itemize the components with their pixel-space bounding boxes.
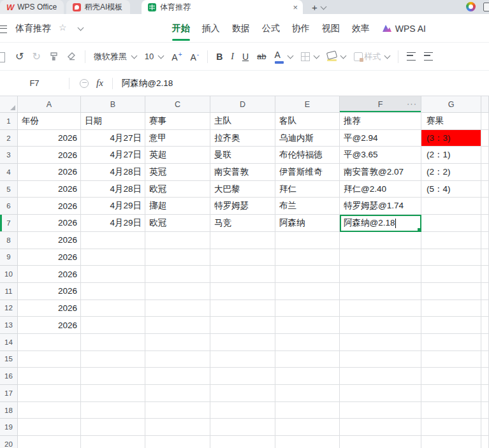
row-header-18[interactable]: 18 [0,402,18,419]
cell-partial[interactable] [481,164,489,181]
cell-F4[interactable]: 南安普敦@2.07 [340,164,421,181]
align-top-icon[interactable] [407,52,416,61]
cell-C11[interactable] [145,283,210,300]
cell-E10[interactable] [275,266,340,283]
cell-D18[interactable] [210,402,275,419]
cell-partial[interactable] [481,368,489,385]
cell-F5[interactable]: 拜仁@2.40 [340,181,421,198]
cell-F13[interactable] [340,317,421,334]
cell-B9[interactable] [81,249,145,266]
cell-E11[interactable] [275,283,340,300]
cell-A2[interactable]: 2026 [18,130,81,147]
cell-partial[interactable] [481,351,489,368]
cell-E9[interactable] [275,249,340,266]
cell-F9[interactable] [340,249,421,266]
cell-C19[interactable] [145,419,210,436]
cell-D4[interactable]: 南安普敦 [210,164,275,181]
cell-partial[interactable] [481,198,489,215]
row-header-7[interactable]: 7 [0,215,18,232]
menu-collaborate[interactable]: 协作 [292,20,310,37]
cell-E18[interactable] [275,402,340,419]
cell-F10[interactable] [340,266,421,283]
fill-color-button[interactable] [327,52,337,62]
collapse-formula-icon[interactable] [80,79,89,88]
cell-F11[interactable] [340,283,421,300]
row-header-11[interactable]: 11 [0,283,18,300]
select-all-corner[interactable] [0,96,18,113]
cell-partial[interactable] [481,283,489,300]
cell-G18[interactable] [421,402,481,419]
bold-button[interactable]: B [216,52,223,62]
cell-C8[interactable] [145,232,210,249]
cell-E8[interactable] [275,232,340,249]
cell-E12[interactable] [275,300,340,317]
row-header-12[interactable]: 12 [0,300,18,317]
cell-D8[interactable] [210,232,275,249]
cell-partial[interactable] [481,300,489,317]
cell-A7[interactable]: 2026 [18,215,81,232]
cell-B1[interactable]: 日期 [81,113,145,130]
increase-font-button[interactable]: A+ [172,51,182,62]
cell-A20[interactable] [18,436,81,448]
cell-C10[interactable] [145,266,210,283]
cell-G8[interactable] [421,232,481,249]
fill-color-chevron-icon[interactable] [340,53,346,59]
cell-D14[interactable] [210,334,275,351]
cell-B17[interactable] [81,385,145,402]
decrease-font-button[interactable]: A- [190,51,199,62]
cell-A5[interactable]: 2026 [18,181,81,198]
cell-C2[interactable]: 意甲 [145,130,210,147]
align-middle-icon[interactable] [424,52,433,61]
cell-D15[interactable] [210,351,275,368]
cell-D7[interactable]: 马竞 [210,215,275,232]
cell-G17[interactable] [421,385,481,402]
cell-C20[interactable] [145,436,210,448]
cell-G10[interactable] [421,266,481,283]
cell-B20[interactable] [81,436,145,448]
cell-partial[interactable] [481,215,489,232]
cell-D5[interactable]: 大巴黎 [210,181,275,198]
cell-D9[interactable] [210,249,275,266]
menu-data[interactable]: 数据 [232,20,250,37]
cell-A18[interactable] [18,402,81,419]
favorite-star-icon[interactable]: ☆ [59,22,67,33]
menu-wps-ai[interactable]: WPS AI [382,21,426,36]
cell-E20[interactable] [275,436,340,448]
cell-D2[interactable]: 拉齐奥 [210,130,275,147]
cell-F1[interactable]: 推荐 [340,113,421,130]
cell-E5[interactable]: 拜仁 [275,181,340,198]
col-header-F[interactable]: F··· [340,96,421,113]
main-menu-icon[interactable] [0,25,7,33]
cell-G5[interactable]: (5：4) [421,181,481,198]
cell-A6[interactable]: 2026 [18,198,81,215]
cell-D1[interactable]: 主队 [210,113,275,130]
tab-wps-office[interactable]: W WPS Office [0,0,64,14]
cell-C4[interactable]: 英冠 [145,164,210,181]
cell-G2[interactable]: (3：3) [421,130,481,147]
row-header-19[interactable]: 19 [0,419,18,436]
cell-partial[interactable] [481,402,489,419]
cell-B3[interactable]: 4月27日 [81,147,145,164]
cell-partial[interactable] [481,130,489,147]
cell-partial[interactable] [481,266,489,283]
cell-C15[interactable] [145,351,210,368]
menu-formula[interactable]: 公式 [262,20,280,37]
cell-F14[interactable] [340,334,421,351]
cell-A1[interactable]: 年份 [18,113,81,130]
row-header-10[interactable]: 10 [0,266,18,283]
cell-partial[interactable] [481,232,489,249]
cell-A9[interactable]: 2026 [18,249,81,266]
cell-B19[interactable] [81,419,145,436]
cell-G1[interactable]: 赛果 [421,113,481,130]
cell-D12[interactable] [210,300,275,317]
cell-A15[interactable] [18,351,81,368]
cell-G9[interactable] [421,249,481,266]
cell-C17[interactable] [145,385,210,402]
cell-E15[interactable] [275,351,340,368]
cell-partial[interactable] [481,436,489,448]
cell-F6[interactable]: 特罗姆瑟@1.74 [340,198,421,215]
cell-B6[interactable]: 4月29日 [81,198,145,215]
format-painter-icon[interactable] [49,52,59,61]
cell-C9[interactable] [145,249,210,266]
row-header-1[interactable]: 1 [0,113,18,130]
